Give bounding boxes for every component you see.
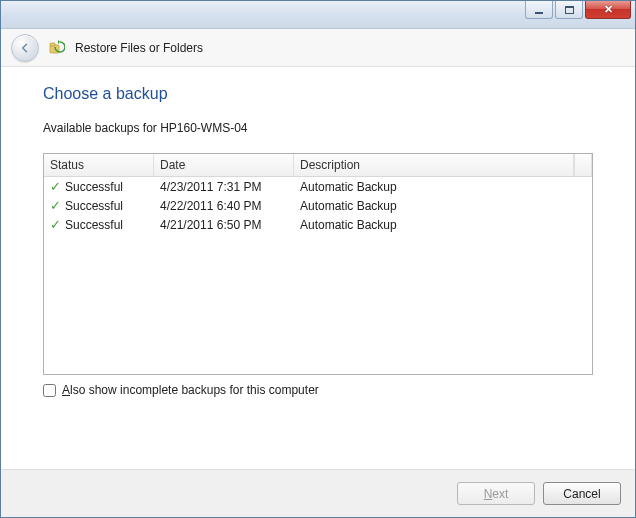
close-button[interactable]: ✕ [585,1,631,19]
page-heading: Choose a backup [43,85,593,103]
backups-list[interactable]: Status Date Description ✓Successful4/23/… [43,153,593,375]
cell-description: Automatic Backup [294,215,592,234]
titlebar: ✕ [1,1,635,29]
svg-rect-1 [50,43,55,46]
header-bar: Restore Files or Folders [1,29,635,67]
cell-description: Automatic Backup [294,177,592,196]
content-area: Choose a backup Available backups for HP… [1,67,635,469]
table-row[interactable]: ✓Successful4/22/2011 6:40 PMAutomatic Ba… [44,196,592,215]
cell-status: ✓Successful [44,196,154,215]
list-body: ✓Successful4/23/2011 7:31 PMAutomatic Ba… [44,177,592,374]
show-incomplete-checkbox[interactable]: Also show incomplete backups for this co… [43,383,593,397]
maximize-button[interactable] [555,1,583,19]
check-icon: ✓ [50,180,61,193]
page-subtitle: Available backups for HP160-WMS-04 [43,121,593,135]
col-description-header[interactable]: Description [294,154,574,176]
next-button: Next [457,482,535,505]
cell-date: 4/23/2011 7:31 PM [154,177,294,196]
back-button[interactable] [11,34,39,62]
minimize-button[interactable] [525,1,553,19]
cell-status: ✓Successful [44,177,154,196]
show-incomplete-input[interactable] [43,384,56,397]
check-icon: ✓ [50,218,61,231]
col-scroll-spacer [574,154,592,176]
cell-description: Automatic Backup [294,196,592,215]
list-header: Status Date Description [44,154,592,177]
back-arrow-icon [19,42,31,54]
footer: Next Cancel [1,469,635,517]
cell-date: 4/22/2011 6:40 PM [154,196,294,215]
wizard-window: ✕ Restore Files or Folders Choose a back… [0,0,636,518]
check-icon: ✓ [50,199,61,212]
col-status-header[interactable]: Status [44,154,154,176]
cell-status: ✓Successful [44,215,154,234]
col-date-header[interactable]: Date [154,154,294,176]
checkbox-label: Also show incomplete backups for this co… [62,383,319,397]
table-row[interactable]: ✓Successful4/23/2011 7:31 PMAutomatic Ba… [44,177,592,196]
restore-icon [49,40,65,56]
cancel-button[interactable]: Cancel [543,482,621,505]
cell-date: 4/21/2011 6:50 PM [154,215,294,234]
header-title: Restore Files or Folders [75,41,203,55]
table-row[interactable]: ✓Successful4/21/2011 6:50 PMAutomatic Ba… [44,215,592,234]
